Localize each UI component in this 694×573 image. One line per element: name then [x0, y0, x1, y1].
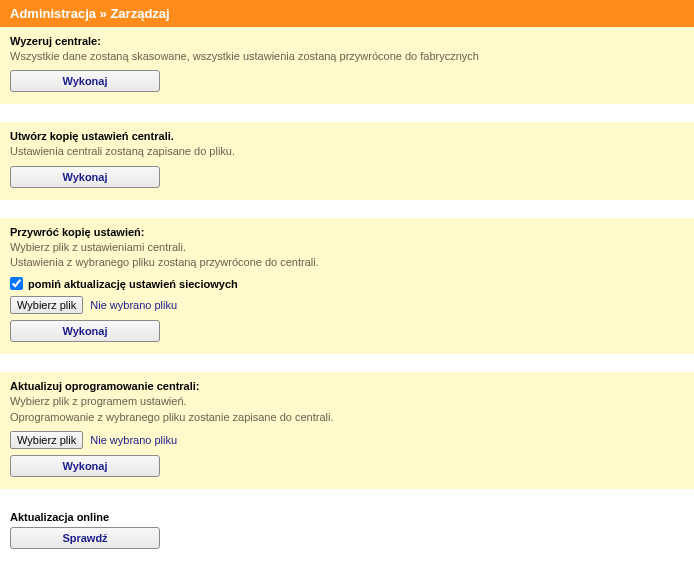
restore-desc2: Ustawienia z wybranego pliku zostaną prz… — [10, 255, 684, 270]
firmware-title: Aktualizuj oprogramowanie centrali: — [10, 380, 684, 392]
online-title: Aktualizacja online — [10, 511, 684, 523]
restore-checkbox-row: pomiń aktualizację ustawień sieciowych — [10, 277, 684, 291]
breadcrumb-text: Administracja » Zarządzaj — [10, 6, 170, 21]
section-reset: Wyzeruj centrale: Wszystkie dane zostaną… — [0, 27, 694, 104]
restore-execute-button[interactable]: Wykonaj — [10, 320, 160, 342]
section-restore: Przywróć kopię ustawień: Wybierz plik z … — [0, 218, 694, 354]
section-backup: Utwórz kopię ustawień centrali. Ustawien… — [0, 122, 694, 199]
backup-execute-button[interactable]: Wykonaj — [10, 166, 160, 188]
firmware-choose-file-button[interactable]: Wybierz plik — [10, 431, 83, 449]
firmware-file-row: Wybierz plik Nie wybrano pliku — [10, 431, 684, 449]
restore-desc1: Wybierz plik z ustawieniami centrali. — [10, 240, 684, 255]
backup-desc: Ustawienia centrali zostaną zapisane do … — [10, 144, 684, 159]
section-firmware: Aktualizuj oprogramowanie centrali: Wybi… — [0, 372, 694, 489]
reset-desc: Wszystkie dane zostaną skasowane, wszyst… — [10, 49, 684, 64]
skip-network-label[interactable]: pomiń aktualizację ustawień sieciowych — [28, 278, 238, 290]
firmware-file-status: Nie wybrano pliku — [90, 434, 177, 446]
firmware-desc2: Oprogramowanie z wybranego pliku zostani… — [10, 410, 684, 425]
reset-execute-button[interactable]: Wykonaj — [10, 70, 160, 92]
restore-title: Przywróć kopię ustawień: — [10, 226, 684, 238]
reset-title: Wyzeruj centrale: — [10, 35, 684, 47]
skip-network-checkbox[interactable] — [10, 277, 23, 290]
restore-choose-file-button[interactable]: Wybierz plik — [10, 296, 83, 314]
restore-file-status: Nie wybrano pliku — [90, 299, 177, 311]
backup-title: Utwórz kopię ustawień centrali. — [10, 130, 684, 142]
section-online: Aktualizacja online Sprawdź — [0, 507, 694, 553]
firmware-execute-button[interactable]: Wykonaj — [10, 455, 160, 477]
restore-file-row: Wybierz plik Nie wybrano pliku — [10, 296, 684, 314]
breadcrumb: Administracja » Zarządzaj — [0, 0, 694, 27]
firmware-desc1: Wybierz plik z programem ustawień. — [10, 394, 684, 409]
online-check-button[interactable]: Sprawdź — [10, 527, 160, 549]
